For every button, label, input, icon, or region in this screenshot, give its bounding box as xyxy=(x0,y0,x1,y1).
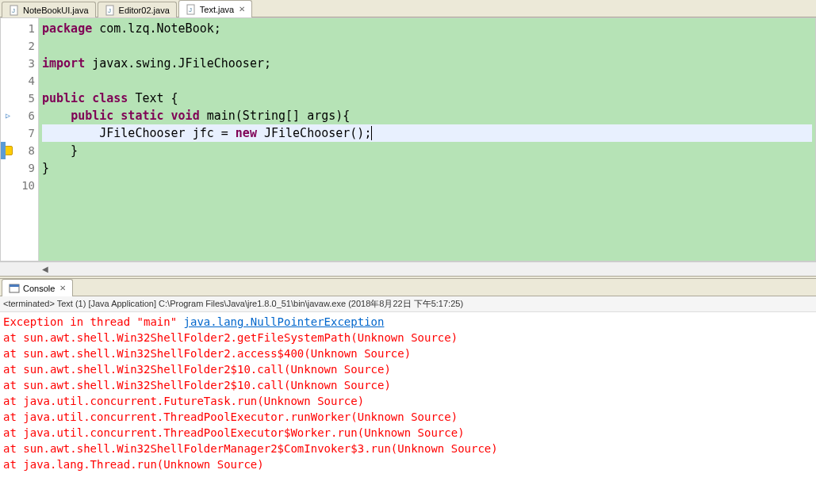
line-number: 9 xyxy=(1,159,35,177)
text-cursor xyxy=(371,126,372,140)
code-line[interactable]: } xyxy=(42,142,812,159)
code-line[interactable] xyxy=(42,37,812,55)
svg-rect-7 xyxy=(10,284,19,287)
java-file-icon: J xyxy=(186,4,197,15)
line-number: 10 xyxy=(1,177,35,194)
code-line[interactable] xyxy=(42,177,812,194)
console-panel: Console ✕ <terminated> Text (1) [Java Ap… xyxy=(0,279,816,504)
tab-editor02[interactable]: J Editor02.java xyxy=(98,2,177,17)
stack-frame: at sun.awt.shell.Win32ShellFolderManager… xyxy=(3,441,813,456)
tab-notebookui[interactable]: J NoteBookUI.java xyxy=(2,2,96,17)
code-line[interactable]: import javax.swing.JFileChooser; xyxy=(42,55,812,72)
exception-text: Exception in thread "main" xyxy=(3,315,184,328)
line-number: 1 xyxy=(1,20,35,37)
stack-frame: at sun.awt.shell.Win32ShellFolder2$10.ca… xyxy=(3,361,813,377)
tab-console[interactable]: Console ✕ xyxy=(2,279,73,296)
scroll-left-icon[interactable]: ◀ xyxy=(38,263,52,276)
tab-label: Text.java xyxy=(200,5,234,14)
console-tabs: Console ✕ xyxy=(0,279,816,296)
java-file-icon: J xyxy=(105,5,116,16)
stack-frame: at java.util.concurrent.ThreadPoolExecut… xyxy=(3,425,813,441)
code-area[interactable]: package com.lzq.NoteBook;import javax.sw… xyxy=(39,18,815,261)
line-number: 2 xyxy=(1,37,35,55)
code-line[interactable]: public class Text { xyxy=(42,90,812,107)
svg-text:J: J xyxy=(189,6,192,13)
stack-frame: at java.util.concurrent.FutureTask.run(U… xyxy=(3,393,813,409)
exception-link[interactable]: java.lang.NullPointerException xyxy=(184,315,385,328)
stack-frame: at sun.awt.shell.Win32ShellFolder2.getFi… xyxy=(3,330,813,346)
close-icon[interactable]: ✕ xyxy=(59,284,66,292)
stack-frame: at java.lang.Thread.run(Unknown Source) xyxy=(3,456,813,472)
console-tab-label: Console xyxy=(23,284,55,293)
horizontal-scrollbar[interactable]: ◀ xyxy=(0,262,816,276)
tab-label: Editor02.java xyxy=(119,6,170,15)
line-number: 3 xyxy=(1,55,35,72)
line-number: 4 xyxy=(1,72,35,90)
console-icon xyxy=(9,283,20,294)
java-file-icon: J xyxy=(9,5,20,16)
stack-frame: at sun.awt.shell.Win32ShellFolder2.acces… xyxy=(3,346,813,361)
change-marker-icon xyxy=(1,142,6,159)
tab-text[interactable]: J Text.java ✕ xyxy=(178,0,252,17)
triangle-marker-icon: ▷ xyxy=(1,107,15,124)
line-number: 6▷ xyxy=(1,107,35,124)
svg-text:J: J xyxy=(12,7,15,14)
line-number: 5 xyxy=(1,90,35,107)
close-icon[interactable]: ✕ xyxy=(239,5,245,13)
line-number: 8 xyxy=(1,142,35,159)
code-line[interactable]: } xyxy=(42,159,812,177)
stack-frame: at sun.awt.shell.Win32ShellFolder2$10.ca… xyxy=(3,377,813,393)
line-number: 7 xyxy=(1,124,35,142)
tab-label: NoteBookUI.java xyxy=(23,6,89,15)
svg-text:J: J xyxy=(108,7,111,14)
console-output[interactable]: Exception in thread "main" java.lang.Nul… xyxy=(0,312,816,504)
code-line[interactable]: JFileChooser jfc = new JFileChooser(); xyxy=(42,124,812,142)
editor-tabs: J NoteBookUI.java J Editor02.java J Text… xyxy=(0,0,816,17)
line-gutter: 123456▷78910 xyxy=(1,18,39,261)
code-line[interactable] xyxy=(42,72,812,90)
code-line[interactable]: package com.lzq.NoteBook; xyxy=(42,20,812,37)
stack-frame: at java.util.concurrent.ThreadPoolExecut… xyxy=(3,409,813,425)
code-line[interactable]: public static void main(String[] args){ xyxy=(42,107,812,124)
console-status: <terminated> Text (1) [Java Application]… xyxy=(0,296,816,312)
code-editor[interactable]: 123456▷78910 package com.lzq.NoteBook;im… xyxy=(0,17,816,262)
